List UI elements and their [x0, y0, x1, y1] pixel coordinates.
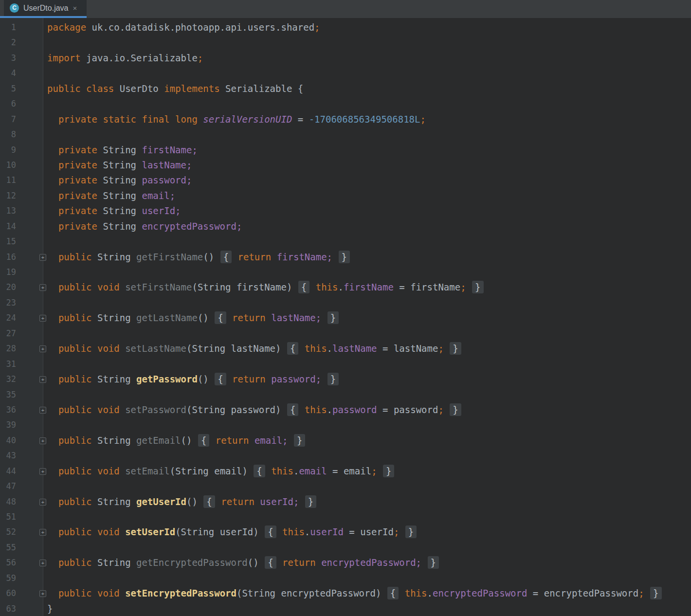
- code-area[interactable]: 1package uk.co.datadisk.photoapp.api.use…: [0, 20, 691, 616]
- code-line[interactable]: 15: [0, 234, 691, 249]
- folded-brace[interactable]: {: [215, 311, 226, 324]
- gutter-cell: 40+: [0, 433, 43, 448]
- folded-brace[interactable]: }: [327, 311, 339, 324]
- code-line[interactable]: 5public class UserDto implements Seriali…: [0, 81, 691, 96]
- code-token: (): [181, 435, 198, 446]
- fold-icon[interactable]: +: [39, 529, 46, 536]
- code-line[interactable]: 43: [0, 448, 691, 463]
- line-number: 48: [6, 494, 16, 509]
- fold-icon[interactable]: +: [39, 560, 46, 566]
- tab-userdto[interactable]: C UserDto.java ×: [4, 0, 87, 16]
- code-line[interactable]: 13 private String userId;: [0, 203, 691, 218]
- folded-brace[interactable]: {: [215, 373, 226, 385]
- fold-icon[interactable]: +: [39, 437, 46, 444]
- line-number: 16: [6, 250, 16, 265]
- code-text: [43, 265, 47, 280]
- code-line[interactable]: 48+ public String getUserId() { return u…: [0, 494, 691, 509]
- code-line[interactable]: 12 private String email;: [0, 188, 691, 203]
- code-line[interactable]: 23: [0, 295, 691, 310]
- code-line[interactable]: 35: [0, 387, 691, 402]
- folded-brace[interactable]: }: [327, 373, 339, 385]
- fold-icon[interactable]: +: [39, 468, 46, 475]
- code-line[interactable]: 36+ public void setPassword(String passw…: [0, 402, 691, 417]
- folded-brace[interactable]: }: [450, 403, 461, 416]
- code-line[interactable]: 44+ public void setEmail(String email) {…: [0, 464, 691, 479]
- code-line[interactable]: 2: [0, 35, 691, 50]
- fold-icon[interactable]: +: [39, 345, 46, 352]
- folded-brace[interactable]: {: [287, 342, 298, 355]
- fold-icon[interactable]: +: [39, 407, 46, 414]
- code-line[interactable]: 24+ public String getLastName() { return…: [0, 310, 691, 326]
- folded-brace[interactable]: }: [383, 465, 394, 477]
- folded-brace[interactable]: }: [405, 525, 417, 538]
- code-line[interactable]: 39: [0, 417, 691, 433]
- code-line[interactable]: 63}: [0, 601, 691, 616]
- folded-brace[interactable]: {: [265, 525, 276, 538]
- gutter-cell: 31: [0, 357, 43, 372]
- folded-brace[interactable]: {: [198, 434, 209, 447]
- folded-brace[interactable]: }: [339, 251, 350, 263]
- code-line[interactable]: 16+ public String getFirstName() { retur…: [0, 250, 691, 265]
- code-token: [399, 588, 404, 598]
- folded-brace[interactable]: }: [450, 342, 461, 355]
- code-line[interactable]: 55: [0, 540, 691, 555]
- folded-brace[interactable]: }: [650, 587, 661, 599]
- close-icon[interactable]: ×: [73, 4, 77, 12]
- code-line[interactable]: 32+ public String getPassword() { return…: [0, 372, 691, 387]
- fold-icon[interactable]: +: [39, 499, 46, 506]
- code-line[interactable]: 27: [0, 326, 691, 341]
- code-line[interactable]: 3import java.io.Serializable;: [0, 51, 691, 66]
- code-token: setPassword: [125, 404, 186, 415]
- code-token: [444, 404, 449, 415]
- code-line[interactable]: 59: [0, 571, 691, 586]
- fold-icon[interactable]: +: [39, 590, 46, 597]
- code-line[interactable]: 47: [0, 479, 691, 494]
- fold-icon[interactable]: +: [39, 284, 46, 291]
- folded-brace[interactable]: }: [305, 495, 316, 508]
- code-line[interactable]: 56+ public String getEncryptedPassword()…: [0, 555, 691, 570]
- code-line[interactable]: 11 private String password;: [0, 173, 691, 188]
- code-line[interactable]: 28+ public void setLastName(String lastN…: [0, 341, 691, 356]
- code-line[interactable]: 7 private static final long serialVersio…: [0, 112, 691, 127]
- folded-brace[interactable]: {: [254, 465, 265, 477]
- fold-icon[interactable]: +: [39, 376, 46, 383]
- code-line[interactable]: 60+ public void setEncryptedPassword(Str…: [0, 586, 691, 601]
- folded-brace[interactable]: {: [220, 251, 232, 263]
- code-token: = firstName: [394, 282, 460, 292]
- code-token: = email: [327, 466, 372, 476]
- code-token: [266, 466, 271, 476]
- gutter-cell: 11: [0, 173, 43, 188]
- folded-brace[interactable]: {: [265, 556, 276, 569]
- code-line[interactable]: 4: [0, 66, 691, 81]
- folded-brace[interactable]: {: [203, 495, 215, 508]
- code-line[interactable]: 10 private String lastName;: [0, 158, 691, 173]
- code-line[interactable]: 6: [0, 96, 691, 111]
- folded-brace[interactable]: {: [387, 587, 399, 599]
- code-token: (String encryptedPassword): [236, 588, 387, 598]
- gutter-cell: 28+: [0, 341, 43, 356]
- code-text: private String lastName;: [43, 158, 192, 173]
- code-token: [120, 282, 125, 292]
- code-line[interactable]: 51: [0, 509, 691, 525]
- folded-brace[interactable]: }: [472, 281, 483, 293]
- code-line[interactable]: 52+ public void setUserId(String userId)…: [0, 525, 691, 540]
- folded-brace[interactable]: {: [287, 403, 298, 416]
- fold-icon[interactable]: +: [39, 254, 46, 261]
- code-token: [266, 312, 271, 323]
- line-number: 43: [6, 448, 16, 463]
- folded-brace[interactable]: }: [294, 434, 305, 447]
- code-text: [43, 234, 47, 249]
- code-line[interactable]: 40+ public String getEmail() { return em…: [0, 433, 691, 448]
- code-line[interactable]: 20+ public void setFirstName(String firs…: [0, 280, 691, 295]
- code-line[interactable]: 14 private String encryptedPassword;: [0, 219, 691, 234]
- folded-brace[interactable]: {: [298, 281, 309, 293]
- folded-brace[interactable]: }: [428, 556, 439, 569]
- fold-icon[interactable]: +: [39, 315, 46, 322]
- code-line[interactable]: 1package uk.co.datadisk.photoapp.api.use…: [0, 20, 691, 35]
- code-line[interactable]: 8: [0, 127, 691, 142]
- code-token: ;: [314, 22, 320, 33]
- code-line[interactable]: 9 private String firstName;: [0, 143, 691, 158]
- code-line[interactable]: 31: [0, 357, 691, 372]
- code-line[interactable]: 19: [0, 265, 691, 280]
- gutter-cell: 35: [0, 387, 43, 402]
